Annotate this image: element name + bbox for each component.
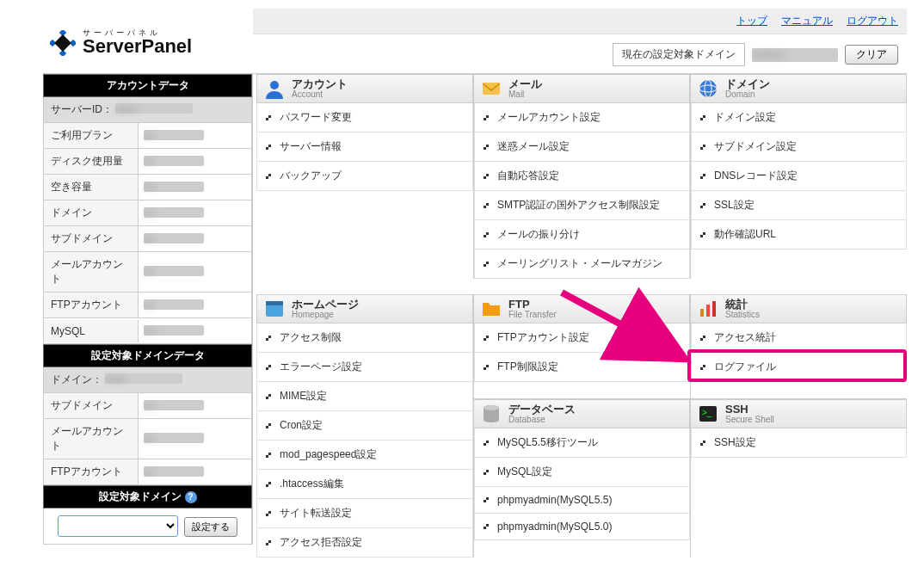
link-database[interactable]: phpmyadmin(MySQL5.0) — [474, 514, 690, 540]
link-label: 動作確認URL — [714, 227, 776, 242]
globe-icon — [698, 78, 718, 99]
bullet-icon — [700, 364, 707, 371]
link-homepage[interactable]: サイト転送設定 — [256, 499, 473, 528]
link-ssh[interactable]: SSH設定 — [691, 428, 907, 458]
link-label: MySQL5.5移行ツール — [497, 435, 598, 450]
link-label: メールの振り分け — [497, 227, 580, 242]
bullet-icon — [484, 144, 490, 151]
link-label: サーバー情報 — [280, 139, 342, 154]
link-homepage[interactable]: mod_pagespeed設定 — [256, 441, 473, 470]
bullet-icon — [484, 335, 490, 342]
link-domain[interactable]: 動作確認URL — [691, 220, 907, 250]
logo: サーバーパネル ServerPanel — [43, 9, 253, 74]
link-mail[interactable]: 迷惑メール設定 — [474, 132, 690, 162]
svg-text:>_: >_ — [702, 408, 712, 417]
bullet-icon — [266, 173, 273, 180]
set-domain-button[interactable]: 設定する — [184, 517, 237, 537]
account-data-title: アカウントデータ — [43, 74, 252, 97]
sidebar-row: MySQLxx — [43, 318, 252, 344]
link-stats[interactable]: ログファイル — [691, 353, 907, 382]
svg-rect-14 — [700, 309, 704, 317]
link-label: メールアカウント設定 — [497, 110, 601, 125]
svg-point-5 — [270, 81, 279, 89]
link-mail[interactable]: SMTP認証の国外アクセス制限設定 — [474, 191, 690, 220]
link-label: 迷惑メール設定 — [497, 139, 570, 154]
bullet-icon — [266, 452, 273, 459]
sidebar-row: ディスク使用量xx — [43, 149, 252, 175]
clear-button[interactable]: クリア — [845, 45, 898, 65]
link-label: バックアップ — [280, 169, 342, 183]
link-mail[interactable]: メーリングリスト・メールマガジン — [474, 250, 690, 279]
main-panel: アカウントAccount パスワード変更サーバー情報バックアップ メールMail… — [253, 74, 907, 573]
target-domain-select[interactable] — [58, 515, 178, 537]
link-homepage[interactable]: エラーページ設定 — [256, 353, 473, 382]
database-icon — [481, 404, 502, 424]
sidebar-row: 空き容量xx — [43, 175, 252, 200]
link-homepage[interactable]: MIME設定 — [256, 382, 473, 411]
current-domain-value: xxxxxx — [752, 48, 838, 62]
link-homepage[interactable]: .htaccess編集 — [256, 470, 473, 499]
svg-rect-4 — [54, 34, 71, 52]
link-mail[interactable]: メールの振り分け — [474, 220, 690, 250]
link-domain[interactable]: SSL設定 — [691, 191, 907, 220]
link-label: エラーページ設定 — [280, 360, 362, 374]
bullet-icon — [484, 364, 490, 371]
link-label: アクセス拒否設定 — [280, 535, 362, 550]
bullet-icon — [266, 393, 273, 400]
bullet-icon — [700, 114, 707, 121]
bullet-icon — [484, 469, 490, 476]
sidebar-row: FTPアカウントxx — [43, 459, 252, 485]
svg-rect-6 — [483, 83, 500, 95]
link-account[interactable]: バックアップ — [256, 162, 473, 191]
bullet-icon — [484, 496, 490, 503]
link-label: SSL設定 — [714, 198, 755, 213]
bullet-icon — [266, 539, 273, 546]
nav-logout[interactable]: ログアウト — [847, 14, 898, 28]
bullet-icon — [700, 202, 707, 209]
category-account: アカウントAccount パスワード変更サーバー情報バックアップ — [256, 74, 473, 279]
link-label: サブドメイン設定 — [714, 139, 797, 154]
link-ftp[interactable]: FTPアカウント設定 — [474, 323, 690, 353]
link-homepage[interactable]: Cron設定 — [256, 411, 473, 441]
link-label: SMTP認証の国外アクセス制限設定 — [497, 198, 660, 213]
link-homepage[interactable]: アクセス制限 — [256, 323, 473, 353]
link-domain[interactable]: DNSレコード設定 — [691, 162, 907, 191]
link-mail[interactable]: メールアカウント設定 — [474, 103, 690, 132]
link-account[interactable]: サーバー情報 — [256, 132, 473, 162]
link-database[interactable]: MySQL設定 — [474, 458, 690, 487]
link-label: MIME設定 — [280, 389, 327, 404]
sidebar-row: ご利用プランxx — [43, 123, 252, 149]
link-label: ログファイル — [714, 360, 776, 374]
bullet-icon — [484, 261, 490, 268]
link-mail[interactable]: 自動応答設定 — [474, 162, 690, 191]
link-label: SSH設定 — [714, 435, 756, 450]
link-stats[interactable]: アクセス統計 — [691, 323, 907, 353]
link-label: アクセス制限 — [280, 330, 342, 345]
link-database[interactable]: MySQL5.5移行ツール — [474, 428, 690, 458]
link-ftp[interactable]: FTP制限設定 — [474, 353, 690, 382]
nav-manual[interactable]: マニュアル — [781, 14, 833, 28]
bullet-icon — [700, 231, 707, 238]
link-homepage[interactable]: アクセス拒否設定 — [256, 528, 473, 558]
link-domain[interactable]: サブドメイン設定 — [691, 132, 907, 162]
link-database[interactable]: phpmyadmin(MySQL5.5) — [474, 487, 690, 514]
sidebar-row: メールアカウントxx — [43, 252, 252, 293]
sidebar-row: メールアカウントxx — [43, 419, 252, 459]
bullet-icon — [700, 173, 707, 180]
bullet-icon — [266, 114, 273, 121]
terminal-icon: >_ — [698, 404, 718, 424]
sidebar-row: FTPアカウントxx — [43, 293, 252, 318]
svg-point-13 — [484, 405, 499, 410]
help-icon[interactable]: ? — [185, 491, 197, 503]
nav-top[interactable]: トップ — [736, 14, 767, 28]
link-account[interactable]: パスワード変更 — [256, 103, 473, 132]
sidebar: アカウントデータ サーバーID： xxxxご利用プランxxディスク使用量xx空き… — [43, 74, 253, 545]
sidebar-row: サブドメインxx — [43, 393, 252, 419]
logo-icon — [50, 30, 76, 56]
bullet-icon — [266, 510, 273, 517]
bullet-icon — [266, 144, 273, 151]
bullet-icon — [266, 422, 273, 429]
target-domain-title: 設定対象ドメイン? — [43, 485, 252, 508]
category-homepage: ホームページHomepage アクセス制限エラーページ設定MIME設定Cron設… — [256, 294, 473, 558]
link-domain[interactable]: ドメイン設定 — [691, 103, 907, 132]
